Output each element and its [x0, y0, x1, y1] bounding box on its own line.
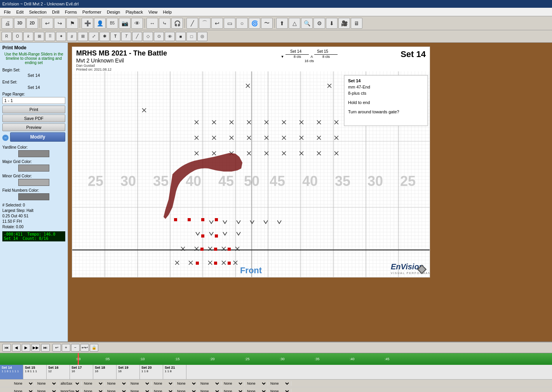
track-cell-2-none8[interactable]: None — [198, 389, 221, 392]
transport-next[interactable]: ▶▶ — [31, 344, 40, 352]
track-select-2j[interactable]: None — [222, 389, 244, 392]
track-cell-2-none9[interactable]: None — [221, 389, 245, 392]
track-cell-none1[interactable]: None — [12, 381, 35, 386]
tb2-hash[interactable]: # — [67, 32, 77, 41]
track-cell-none3[interactable]: None — [82, 381, 105, 386]
tb2-sq[interactable]: ■ — [176, 32, 186, 41]
tb-line[interactable]: ╱ — [186, 18, 198, 29]
tb-redo[interactable]: ↪ — [54, 18, 66, 29]
track-select-1l[interactable]: None — [269, 381, 290, 386]
tb2-r[interactable]: R — [2, 32, 12, 41]
track-cell-none2[interactable]: None — [35, 381, 58, 386]
tb2-eye[interactable]: 👁 — [165, 32, 175, 41]
track-cell-none8[interactable]: None — [198, 381, 221, 386]
tb2-T[interactable]: T — [110, 32, 120, 41]
tb2-grid[interactable]: ⊞ — [34, 32, 44, 41]
tb-download[interactable]: ⬇ — [326, 18, 338, 29]
tb-triangle[interactable]: △ — [289, 18, 300, 29]
track-select-2h[interactable]: None — [176, 389, 197, 392]
track-cell-none9[interactable]: None — [221, 381, 245, 386]
minus-circle[interactable]: − — [2, 135, 9, 141]
transport-minus[interactable]: − — [71, 344, 80, 352]
transport-add[interactable]: + — [62, 344, 70, 352]
transport-lock[interactable]: 🔒 — [90, 344, 98, 352]
tb-person[interactable]: 👤 — [94, 18, 106, 29]
tb2-circle2[interactable]: ⊙ — [154, 32, 164, 41]
tb-search[interactable]: 🔍 — [301, 18, 313, 29]
tb2-o[interactable]: O — [12, 32, 23, 41]
track-select-2d[interactable]: None — [82, 389, 104, 392]
print-button[interactable]: Print — [2, 106, 65, 113]
tb-undo[interactable]: ↩ — [42, 18, 53, 29]
menu-help[interactable]: Help — [161, 9, 174, 15]
tb-2d[interactable]: 2D — [26, 18, 38, 29]
transport-play[interactable]: ▶ — [22, 344, 30, 352]
timeline-set-17[interactable]: Set 17 16 — [70, 365, 93, 379]
menu-design[interactable]: Design — [104, 9, 122, 15]
track-cell-none10[interactable]: None — [245, 381, 268, 386]
menu-forms[interactable]: Forms — [63, 9, 79, 15]
menu-drill[interactable]: Drill — [50, 9, 62, 15]
track-cell-2-none3[interactable]: None — [82, 389, 105, 392]
menu-playback[interactable]: Playback — [123, 9, 145, 15]
tb-gear[interactable]: ⚙ — [313, 18, 325, 29]
minor-grid-swatch[interactable] — [18, 179, 49, 186]
track-select-1d[interactable]: None — [82, 381, 104, 386]
transport-to-start[interactable]: ⏮ — [2, 344, 11, 352]
track-select-2k[interactable]: None — [246, 389, 267, 392]
track-select-2e[interactable]: None — [106, 389, 127, 392]
track-cell-2-none7[interactable]: None — [175, 389, 198, 392]
tb-arrow[interactable]: ↔ — [146, 18, 158, 29]
yardline-color-swatch[interactable] — [18, 150, 49, 157]
tb2-expand[interactable]: ⤢ — [89, 32, 99, 41]
tb-add[interactable]: ➕ — [82, 18, 93, 29]
tb2-target[interactable]: ◎ — [197, 32, 207, 41]
tb2-sq2[interactable]: □ — [186, 32, 197, 41]
menu-edit[interactable]: Edit — [14, 9, 26, 15]
track-select-2c[interactable]: tenorSax — [59, 389, 80, 392]
tb2-Ti[interactable]: T — [121, 32, 131, 41]
track-cell-none4[interactable]: None — [105, 381, 128, 386]
track-select-1g[interactable]: None — [152, 381, 174, 386]
tb-arc[interactable]: ↩ — [211, 18, 223, 29]
tb-flag[interactable]: ⚑ — [66, 18, 78, 29]
menu-file[interactable]: File — [2, 9, 13, 15]
tb2-k[interactable]: k — [23, 32, 33, 41]
track-select-1h[interactable]: None — [176, 381, 197, 386]
timeline-set-14[interactable]: Set 14 1 1 8 1 1 1 1 — [0, 365, 23, 379]
track-select-2b[interactable]: None — [36, 389, 57, 392]
tb-video[interactable]: 🎥 — [338, 18, 350, 29]
track-select-1b[interactable]: None — [36, 381, 57, 386]
tb-circle[interactable]: ○ — [236, 18, 248, 29]
track-select-1j[interactable]: None — [222, 381, 244, 386]
tb2-asterisk[interactable]: ✱ — [99, 32, 110, 41]
transport-to-end[interactable]: ⏭ — [41, 344, 50, 352]
transport-loop[interactable]: ↩ — [52, 344, 61, 352]
timeline-set-20[interactable]: Set 20 1 1 8 — [140, 365, 163, 379]
track-cell-2-none1[interactable]: None — [12, 389, 35, 392]
timeline-set-15[interactable]: Set 15 1 8 1 1 1 — [23, 365, 47, 379]
timeline-set-16[interactable]: Set 16 12 — [47, 365, 70, 379]
track-cell-none11[interactable]: None — [268, 381, 291, 386]
track-select-1c[interactable]: altoSax — [59, 381, 80, 386]
track-cell-altosax[interactable]: altoSax — [58, 381, 82, 386]
tb2-star[interactable]: ✦ — [56, 32, 66, 41]
track-select-2i[interactable]: None — [199, 389, 220, 392]
track-cell-2-none10[interactable]: None — [245, 389, 268, 392]
track-cell-none7[interactable]: None — [175, 381, 198, 386]
tb-path[interactable]: ⤷ — [159, 18, 171, 29]
track-select-1e[interactable]: None — [106, 381, 127, 386]
major-grid-swatch[interactable] — [18, 165, 49, 172]
track-cell-2-none6[interactable]: None — [151, 389, 175, 392]
tb-binoculars[interactable]: 👁 — [131, 18, 143, 29]
preview-button[interactable]: Preview — [2, 123, 65, 131]
track-cell-none6[interactable]: None — [151, 381, 175, 386]
track-select-1f[interactable]: None — [129, 381, 150, 386]
page-range-input[interactable] — [2, 97, 65, 104]
transport-prev[interactable]: ◀ — [12, 344, 21, 352]
tb2-slash[interactable]: ╱ — [132, 32, 142, 41]
tb-headphones[interactable]: 🎧 — [171, 18, 183, 29]
track-select-2f[interactable]: None — [129, 389, 150, 392]
tb-wave[interactable]: 〜 — [261, 18, 273, 29]
tb2-dots[interactable]: ⠿ — [45, 32, 55, 41]
